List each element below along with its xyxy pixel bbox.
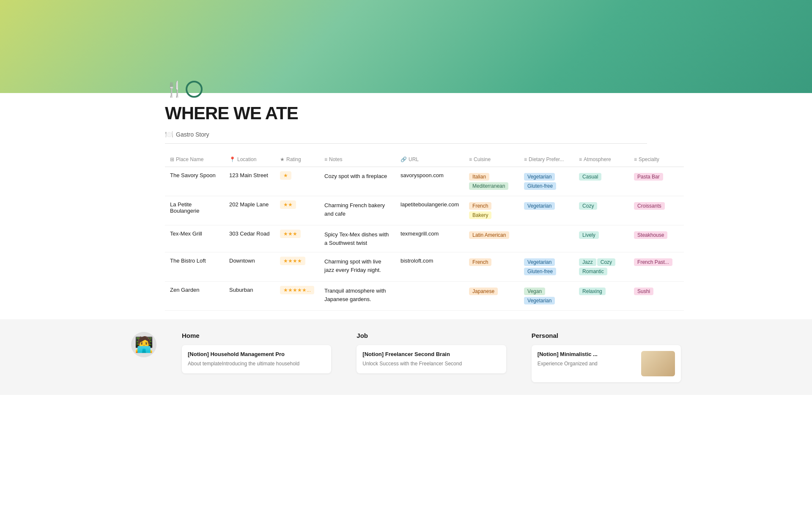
notes-cell: Charming spot with live jazz every Frida… [319, 252, 395, 282]
notes-cell: Cozy spot with a fireplace [319, 167, 395, 196]
atmosphere-tag: Jazz [579, 258, 596, 266]
table-row[interactable]: Zen Garden Suburban ★★★★★... Tranquil at… [165, 282, 684, 311]
atmosphere-cell: Relaxing [574, 282, 629, 311]
cuisine-tag: Latin American [469, 231, 509, 239]
bottom-card-personal[interactable]: [Notion] Minimalistic ... Experience Org… [532, 345, 681, 382]
cuisine-cell: FrenchBakery [464, 196, 519, 225]
cuisine-cell: French [464, 252, 519, 282]
bottom-card-job-title: [Notion] Freelancer Second Brain [362, 351, 500, 357]
notes-cell: Tranquil atmosphere with Japanese garden… [319, 282, 395, 311]
table-row[interactable]: Tex-Mex Grill 303 Cedar Road ★★★ Spicy T… [165, 225, 684, 252]
atmosphere-tag: Relaxing [579, 288, 606, 295]
location-cell: 303 Cedar Road [224, 225, 275, 252]
dietary-tag: Vegan [524, 288, 545, 295]
specialty-cell: Croissants [629, 196, 684, 225]
bottom-card-home[interactable]: [Notion] Household Management Pro About … [182, 345, 331, 373]
atmosphere-tag: Cozy [579, 202, 597, 210]
table-row[interactable]: The Bistro Loft Downtown ★★★★ Charming s… [165, 252, 684, 282]
location-cell: Downtown [224, 252, 275, 282]
avatar-face: 🧑‍💻 [134, 336, 154, 354]
specialty-cell: Pasta Bar [629, 167, 684, 196]
bottom-card-personal-title: [Notion] Minimalistic ... [538, 351, 637, 357]
dietary-cell: VegetarianGluten-free [519, 252, 574, 282]
notes-cell: Charming French bakery and cafe [319, 196, 395, 225]
table-row[interactable]: The Savory Spoon 123 Main Street ★ Cozy … [165, 167, 684, 196]
dietary-tag: Gluten-free [524, 268, 556, 275]
place-name-cell: Zen Garden [165, 282, 224, 311]
cuisine-tag: Japanese [469, 288, 498, 295]
bottom-nav-job-title: Job [357, 332, 506, 339]
bottom-nav-home-title: Home [182, 332, 331, 339]
url-cell: lapetiteboulangerie.com [395, 196, 464, 225]
cuisine-tag: Mediterranean [469, 182, 508, 190]
restaurants-table: ⊞Place Name 📍Location ★Rating ≡Notes 🔗UR… [165, 152, 684, 311]
atmosphere-cell: JazzCozyRomantic [574, 252, 629, 282]
bottom-card-job[interactable]: [Notion] Freelancer Second Brain Unlock … [357, 345, 506, 373]
cuisine-tag: French [469, 258, 491, 266]
dietary-tag: Vegetarian [524, 258, 555, 266]
atmosphere-tag: Cozy [597, 258, 615, 266]
cuisine-tag: Italian [469, 173, 489, 181]
plate-icon [186, 81, 203, 98]
atmosphere-cell: Casual [574, 167, 629, 196]
table-row[interactable]: La Petite Boulangerie 202 Maple Lane ★★ … [165, 196, 684, 225]
rating-cell: ★★ [275, 196, 319, 225]
bottom-nav-home: Home [Notion] Household Management Pro A… [182, 332, 331, 382]
atmosphere-cell: Cozy [574, 196, 629, 225]
table-header-row: ⊞Place Name 📍Location ★Rating ≡Notes 🔗UR… [165, 152, 684, 167]
col-atmosphere: ≡Atmosphere [574, 152, 629, 167]
rating-cell: ★★★ [275, 225, 319, 252]
specialty-cell: French Past... [629, 252, 684, 282]
col-place-name: ⊞Place Name [165, 152, 224, 167]
col-url: 🔗URL [395, 152, 464, 167]
avatar-section: 🧑‍💻 [131, 332, 156, 382]
cuisine-tag: Bakery [469, 211, 491, 219]
bottom-card-job-desc: Unlock Success with the Freelancer Secon… [362, 360, 500, 367]
avatar: 🧑‍💻 [131, 332, 156, 357]
specialty-cell: Steakhouse [629, 225, 684, 252]
location-cell: 202 Maple Lane [224, 196, 275, 225]
dietary-cell: VegetarianGluten-free [519, 167, 574, 196]
fork-knife-icon: 🍴 [165, 80, 184, 98]
page-icon: 🍴 [165, 80, 647, 103]
place-name-cell: Tex-Mex Grill [165, 225, 224, 252]
bottom-nav-personal: Personal [Notion] Minimalistic ... Exper… [532, 332, 681, 382]
col-dietary: ≡Dietary Prefer... [519, 152, 574, 167]
url-cell: bistroloft.com [395, 252, 464, 282]
dietary-tag: Vegetarian [524, 297, 555, 304]
page-title: WHERE WE ATE [165, 103, 647, 123]
url-cell: savoryspoon.com [395, 167, 464, 196]
gastro-label: 🍽️ Gastro Story [165, 130, 647, 144]
rating-cell: ★★★★ [275, 252, 319, 282]
col-cuisine: ≡Cuisine [464, 152, 519, 167]
dietary-cell: VeganVegetarian [519, 282, 574, 311]
cuisine-cell: ItalianMediterranean [464, 167, 519, 196]
specialty-tag: French Past... [634, 258, 672, 266]
rating-cell: ★★★★★... [275, 282, 319, 311]
atmosphere-cell: Lively [574, 225, 629, 252]
col-specialty: ≡Specialty [629, 152, 684, 167]
notes-cell: Spicy Tex-Mex dishes with a Southwest tw… [319, 225, 395, 252]
cuisine-cell: Latin American [464, 225, 519, 252]
url-cell [395, 282, 464, 311]
miniature-thumbnail [641, 351, 675, 376]
location-cell: Suburban [224, 282, 275, 311]
place-name-cell: The Savory Spoon [165, 167, 224, 196]
cuisine-cell: Japanese [464, 282, 519, 311]
rating-cell: ★ [275, 167, 319, 196]
url-cell: texmexgrill.com [395, 225, 464, 252]
bottom-card-personal-desc: Experience Organized and [538, 360, 637, 367]
dietary-cell: Vegetarian [519, 196, 574, 225]
col-rating: ★Rating [275, 152, 319, 167]
col-notes: ≡Notes [319, 152, 395, 167]
hero-banner [0, 0, 812, 93]
col-location: 📍Location [224, 152, 275, 167]
place-name-cell: La Petite Boulangerie [165, 196, 224, 225]
atmosphere-tag: Romantic [579, 268, 607, 275]
cuisine-tag: French [469, 202, 491, 210]
bottom-nav-personal-title: Personal [532, 332, 681, 339]
dietary-tag: Vegetarian [524, 202, 555, 210]
bottom-nav-job: Job [Notion] Freelancer Second Brain Unl… [357, 332, 506, 382]
location-cell: 123 Main Street [224, 167, 275, 196]
dietary-tag: Vegetarian [524, 173, 555, 181]
